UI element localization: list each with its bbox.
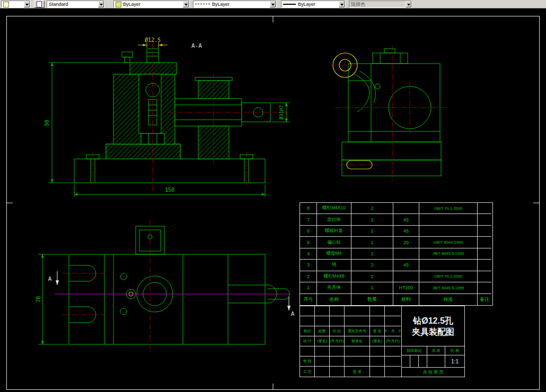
scale-value: 1:1: [445, 355, 464, 367]
bom-cell: 螺纹衬套: [317, 226, 351, 237]
bom-cell: [419, 226, 478, 237]
color-swatch-icon: [116, 2, 121, 7]
bom-cell: HT200: [393, 282, 419, 293]
tb-label: 更改文件号: [345, 326, 370, 336]
bom-header-cell: 序号: [300, 294, 317, 305]
bom-header-cell: 备注: [478, 294, 491, 305]
bom-cell: 2: [351, 203, 393, 214]
bom-cell: 45: [393, 226, 419, 237]
tb-label: 处数: [315, 326, 330, 336]
title-block: 标记 处数 分 区 更改文件号 签 名 年、月、日 设 计 (签名) (年月日)…: [300, 306, 465, 377]
lineweight-value: ByLayer: [298, 2, 315, 7]
bom-cell: 夹具体: [317, 282, 351, 293]
bom-cell: 20: [393, 237, 419, 248]
title-block-revision-area: 标记 处数 分 区 更改文件号 签 名 年、月、日 设 计 (签名) (年月日)…: [300, 306, 401, 377]
drawing-title-line1: 钻Ø12.5孔: [413, 315, 453, 326]
dim-150: 150: [165, 187, 174, 193]
top-dimension[interactable]: 70: [36, 254, 68, 344]
bom-cell: [478, 282, 491, 293]
tb-label: 年、月、日: [385, 326, 401, 336]
bom-cell: 螺母M6: [317, 248, 351, 260]
bom-cell: 1: [351, 226, 393, 237]
linetype-value: ByLayer: [212, 2, 230, 7]
bom-header-cell: 标准: [419, 294, 478, 305]
bom-cell: 螺钉M4X8: [317, 271, 351, 282]
tb-label: (年月日): [385, 336, 401, 346]
tb-label: 分 区: [330, 326, 345, 336]
drawing-title-line2: 夹具装配图: [412, 326, 454, 337]
bom-cell: 5: [300, 237, 317, 248]
layer-combo[interactable]: [1, 1, 30, 8]
bom-cell: [478, 214, 491, 225]
text-style-button[interactable]: [34, 1, 45, 8]
eccentric-handle-highlight[interactable]: [333, 53, 372, 169]
bom-cell: 8: [300, 203, 317, 214]
bom-cell: [478, 237, 491, 248]
plot-style-value: 随颜色: [351, 1, 365, 8]
lineweight-combo[interactable]: ByLayer: [281, 1, 345, 8]
bom-header-cell: 名称: [317, 294, 351, 305]
dim-hole: Ø12.5: [145, 37, 161, 43]
bom-cell: 销: [317, 260, 351, 271]
text-style-combo[interactable]: Standard: [47, 1, 104, 8]
linetype-sample-icon: [195, 4, 210, 5]
bom-cell: [478, 260, 491, 271]
tb-label: (年月日): [330, 336, 345, 346]
linetype-combo[interactable]: ByLayer: [193, 1, 276, 8]
layer-icon: [3, 2, 9, 7]
bom-cell: 2: [351, 271, 393, 282]
tb-label: 阶段标记: [402, 346, 427, 355]
tb-label: 工 艺: [300, 367, 315, 377]
tb-label: 审 核: [300, 357, 315, 367]
bom-cell: 3: [300, 260, 317, 271]
bom-cell: GB/T 70.1-2000: [419, 203, 478, 214]
sheet-count: 共 张 第 页: [402, 368, 464, 377]
bom-cell: [478, 203, 491, 214]
bom-cell: 45: [393, 214, 419, 225]
drawing-title: 钻Ø12.5孔 夹具装配图: [402, 306, 464, 346]
bom-cell: [478, 271, 491, 282]
tb-label: 签 名: [370, 326, 385, 336]
front-view[interactable]: [74, 49, 270, 183]
bom-cell: 4: [300, 248, 317, 260]
section-label[interactable]: A-A: [191, 42, 202, 49]
chevron-down-icon[interactable]: [183, 1, 189, 7]
bom-cell: JB/T 8045.5-1999: [419, 248, 478, 260]
bom-cell: JB/T 8045.5-1999: [419, 282, 478, 293]
bom-cell: 45: [393, 260, 419, 271]
dim-70: 70: [36, 296, 41, 302]
bom-cell: 1: [300, 282, 317, 293]
dim-90: 90: [44, 120, 50, 126]
bom-cell: GB/T 70.1-2000: [419, 271, 478, 282]
top-view[interactable]: [69, 226, 289, 344]
bom-table[interactable]: 8 螺钉M4X10 2 GB/T 70.1-2000 7 定位块 1 45 6 …: [300, 202, 493, 306]
tb-label: 设 计: [300, 336, 315, 346]
bom-cell: 1: [351, 214, 393, 225]
chevron-down-icon[interactable]: [270, 1, 276, 7]
section-letter-right: A: [291, 310, 295, 317]
dim-bore: Ø31H7: [279, 105, 284, 119]
bom-cell: [419, 214, 478, 225]
text-style-value: Standard: [49, 2, 68, 7]
title-block-main-area: 钻Ø12.5孔 夹具装配图 阶段标记 质 量 比 例 1:1 共 张 第 页: [401, 306, 465, 377]
bom-header-cell: 数量: [351, 294, 393, 305]
bom-cell: 螺钉M4X10: [317, 203, 351, 214]
bom-cell: [419, 260, 478, 271]
bom-cell: 2: [300, 271, 317, 282]
bom-cell: [393, 271, 419, 282]
tb-label: 质 量: [427, 346, 445, 355]
color-combo[interactable]: ByLayer: [113, 1, 189, 8]
bom-cell: 2: [351, 248, 393, 260]
tb-label: 标记: [300, 326, 315, 336]
tb-label: (签名): [315, 336, 330, 346]
bom-cell: 7: [300, 214, 317, 225]
bom-cell: [393, 248, 419, 260]
chevron-down-icon[interactable]: [98, 1, 104, 7]
chevron-down-icon[interactable]: [24, 1, 30, 7]
tb-label: 批 准: [345, 367, 370, 377]
bom-cell: 1: [351, 282, 393, 293]
document-icon: [37, 1, 42, 7]
chevron-down-icon[interactable]: [339, 1, 345, 7]
bom-cell: 1: [351, 237, 393, 248]
tb-label: (签名): [370, 336, 385, 346]
